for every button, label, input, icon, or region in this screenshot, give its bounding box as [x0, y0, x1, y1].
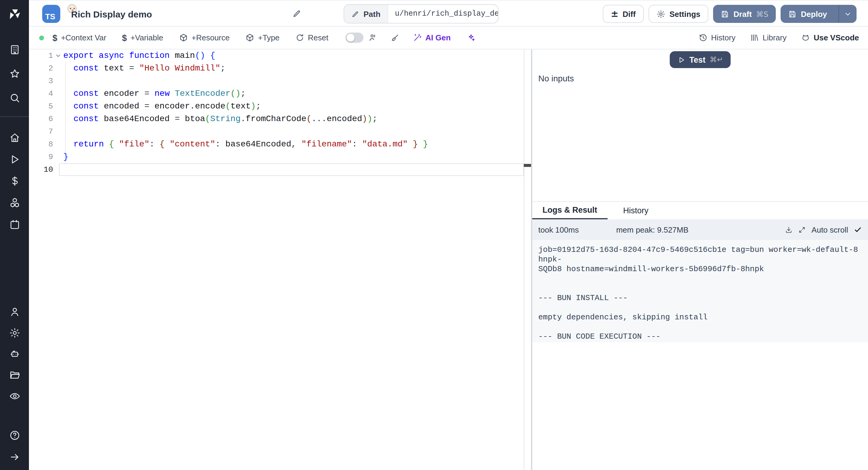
library-button[interactable]: Library [750, 33, 786, 42]
code-line-2[interactable]: 2 const text = "Hello Windmill"; [29, 62, 531, 75]
cursor-position-mark [524, 164, 531, 167]
diff-button[interactable]: ± Diff [603, 5, 644, 23]
line-number: 8 [29, 138, 53, 151]
deploy-button[interactable]: Deploy [780, 5, 857, 23]
code-line-4[interactable]: 4 const encoder = new TextEncoder(); [29, 87, 531, 100]
add-type-label: +Type [258, 33, 280, 42]
code-line-8[interactable]: 8 return { "file": { "content": base64En… [29, 138, 531, 151]
play-icon[interactable] [0, 148, 29, 170]
help-icon[interactable] [0, 424, 29, 446]
code-line-5[interactable]: 5 const encoded = encoder.encode(text); [29, 100, 531, 113]
toolbar-right: History Library Use VScode [698, 33, 859, 42]
add-type-button[interactable]: +Type [245, 33, 280, 42]
no-inputs-text: No inputs [538, 73, 574, 83]
windmill-logo[interactable] [0, 0, 29, 29]
deploy-dropdown-button[interactable] [838, 5, 857, 23]
line-number: 1 [29, 50, 53, 62]
star-icon[interactable] [0, 61, 29, 86]
dollar-icon[interactable] [0, 170, 29, 192]
sidebar-group-secondary [0, 301, 29, 407]
settings-button[interactable]: Settings [648, 5, 708, 23]
deploy-main[interactable]: Deploy [780, 5, 834, 23]
users-icon[interactable] [368, 33, 377, 42]
expand-logs-icon[interactable] [798, 226, 806, 233]
sparkles-icon[interactable] [466, 33, 475, 42]
overview-ruler[interactable] [524, 50, 531, 470]
code-text: export async function main() { [63, 50, 531, 62]
line-number: 5 [29, 100, 53, 113]
code-editor[interactable]: 1export async function main() {2 const t… [29, 50, 531, 470]
code-line-3[interactable]: 3 [29, 75, 531, 87]
typescript-badge-label: TS [45, 12, 55, 21]
code-line-7[interactable]: 7 [29, 125, 531, 138]
building-icon[interactable] [0, 37, 29, 61]
eye-icon[interactable] [0, 386, 29, 407]
gear-icon [656, 9, 665, 19]
add-context-var-button[interactable]: $ +Context Var [53, 33, 106, 42]
settings-label: Settings [670, 9, 701, 19]
box-icon [179, 33, 188, 42]
header-actions: ± Diff Settings Draft ⌘S Deploy [603, 5, 857, 23]
calendar-icon[interactable] [0, 213, 29, 235]
tab-history[interactable]: History [615, 202, 657, 219]
home-icon[interactable] [0, 127, 29, 148]
diff-icon: ± [611, 9, 618, 19]
arrow-right-icon[interactable] [0, 446, 29, 468]
sidebar-group-top [0, 37, 29, 110]
history-button[interactable]: History [698, 33, 735, 42]
download-logs-icon[interactable] [785, 226, 793, 233]
code-line-10[interactable]: 10 [29, 163, 531, 176]
editor-toolbar: $ +Context Var $ +Variable +Resource +Ty… [29, 27, 868, 50]
folder-icon[interactable] [0, 365, 29, 386]
robot-icon[interactable] [0, 343, 29, 365]
diff-mode-toggle[interactable] [345, 33, 364, 43]
path-field[interactable]: Path u/henri/rich_display_demo [344, 4, 498, 24]
results-tabs: Logs & Result History [532, 202, 868, 219]
add-context-var-label: +Context Var [61, 33, 106, 42]
code-line-9[interactable]: 9} [29, 151, 531, 163]
draft-button[interactable]: Draft ⌘S [713, 5, 776, 23]
pencil-icon [351, 10, 359, 18]
path-label-segment[interactable]: Path [344, 5, 388, 23]
edit-summary-pencil-icon[interactable] [292, 9, 301, 18]
search-icon[interactable] [0, 86, 29, 110]
typescript-badge: TS [42, 5, 60, 23]
use-vscode-button[interactable]: Use VScode [801, 33, 859, 42]
script-title: Rich Display demo [71, 9, 152, 19]
ai-gen-button[interactable]: AI Gen [413, 33, 451, 42]
test-button[interactable]: Test ⌘↵ [670, 51, 731, 68]
code-line-1[interactable]: 1export async function main() { [29, 50, 531, 62]
auto-scroll-label[interactable]: Auto scroll [812, 225, 848, 234]
add-resource-button[interactable]: +Resource [179, 33, 230, 42]
tab-logs-result[interactable]: Logs & Result [532, 202, 608, 219]
code-text: return { "file": { "content": base64Enco… [63, 138, 531, 151]
cubes-icon[interactable] [0, 192, 29, 213]
fold-chevron-icon[interactable] [53, 53, 63, 59]
check-icon[interactable] [854, 225, 862, 234]
line-number: 7 [29, 125, 53, 138]
path-value[interactable]: u/henri/rich_display_demo [388, 5, 498, 23]
code-text: const text = "Hello Windmill"; [63, 62, 531, 75]
add-variable-button[interactable]: $ +Variable [122, 33, 163, 42]
reset-button[interactable]: Reset [296, 33, 329, 42]
line-number: 4 [29, 87, 53, 100]
history-clock-icon [698, 33, 707, 42]
dollar-icon: $ [122, 33, 127, 42]
person-icon[interactable] [0, 301, 29, 322]
save-icon [787, 9, 797, 19]
vscode-icon [801, 33, 810, 42]
run-stats-bar: took 100ms mem peak: 9.527MB Auto scroll [532, 219, 868, 240]
library-icon [750, 33, 759, 42]
log-text: job=01912d75-163d-8204-47c9-5469c516cb1e… [538, 245, 862, 342]
refresh-icon [296, 33, 304, 42]
test-shortcut: ⌘↵ [710, 56, 723, 64]
code-line-6[interactable]: 6 const base64Encoded = btoa(String.from… [29, 113, 531, 125]
format-brush-icon[interactable] [391, 33, 400, 42]
line-number: 9 [29, 151, 53, 163]
play-icon [677, 56, 685, 64]
log-output: job=01912d75-163d-8204-47c9-5469c516cb1e… [532, 240, 868, 342]
add-variable-label: +Variable [130, 33, 163, 42]
code-text: const base64Encoded = btoa(String.fromCh… [63, 113, 531, 125]
toggle-knob [347, 34, 354, 41]
gear-icon[interactable] [0, 322, 29, 343]
